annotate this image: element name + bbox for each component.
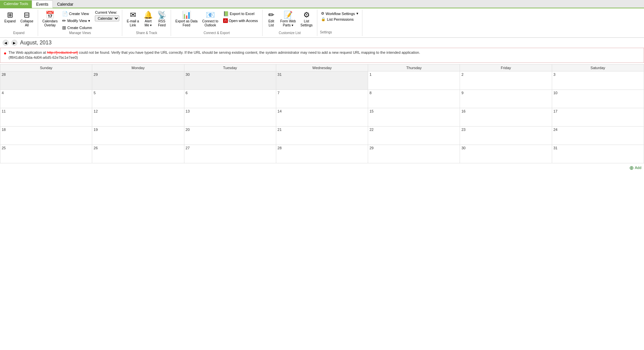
calendar-cell[interactable]: 25 — [0, 145, 92, 163]
date-number: 30 — [461, 146, 465, 150]
calendar-cell[interactable]: 12 — [92, 108, 184, 126]
next-month-button[interactable]: ▶ — [11, 40, 17, 46]
form-web-parts-button[interactable]: 📝 Form WebParts ▾ — [279, 10, 298, 28]
calendar-cell[interactable]: 6 — [184, 90, 276, 108]
calendar-cell[interactable]: 13 — [184, 108, 276, 126]
error-url: http://[redacted-url] — [47, 50, 78, 54]
alert-me-button[interactable]: 🔔 AlertMe ▾ — [142, 10, 154, 28]
add-link[interactable]: ⊕ Add — [0, 163, 644, 172]
connect-export-items: 📊 Export as DataFeed 📧 Connect toOutlook… — [174, 10, 260, 31]
create-column-button[interactable]: ⊞ Create Column — [60, 24, 94, 31]
date-number: 28 — [2, 72, 6, 76]
calendar-cell[interactable]: 30 — [184, 71, 276, 90]
calendar-cell[interactable]: 5 — [92, 90, 184, 108]
list-settings-button[interactable]: ⚙ ListSettings — [299, 10, 314, 28]
date-number: 10 — [553, 91, 557, 95]
date-number: 19 — [94, 128, 98, 132]
calendar-week-row: 25262728293031 — [0, 145, 644, 163]
prev-month-button[interactable]: ◀ — [3, 40, 9, 46]
calendar-cell[interactable]: 22 — [368, 126, 460, 145]
calendar-cell[interactable]: 28 — [0, 71, 92, 90]
tab-calendar-tools[interactable]: Calendar Tools — [0, 0, 32, 8]
calendar-cell[interactable]: 7 — [276, 90, 368, 108]
error-message: The Web application at http://[redacted-… — [8, 50, 420, 60]
calendar-area: Sunday Monday Tuesday Wednesday Thursday… — [0, 64, 644, 172]
email-link-button[interactable]: ✉ E-mail aLink — [125, 10, 141, 28]
calendar-cell[interactable]: 3 — [552, 71, 644, 90]
calendar-cell[interactable]: 19 — [92, 126, 184, 145]
add-label: Add — [635, 166, 641, 170]
calendar-cell[interactable]: 20 — [184, 126, 276, 145]
calendar-cell[interactable]: 18 — [0, 126, 92, 145]
calendar-cell[interactable]: 21 — [276, 126, 368, 145]
collapse-all-button[interactable]: ⊟ CollapseAll — [19, 10, 35, 28]
date-number: 27 — [186, 146, 190, 150]
open-access-button[interactable]: 🅰 Open with Access — [221, 17, 260, 24]
export-data-icon: 📊 — [182, 11, 191, 19]
calendar-cell[interactable]: 10 — [552, 90, 644, 108]
calendar-cell[interactable]: 15 — [368, 108, 460, 126]
export-excel-button[interactable]: 📗 Export to Excel — [221, 10, 260, 17]
customize-list-label: Customize List — [279, 31, 301, 35]
open-access-label: Open with Access — [229, 19, 258, 23]
expand-button[interactable]: ⊞ Expand — [3, 10, 17, 24]
current-view-select[interactable]: Calendar — [95, 15, 119, 21]
export-excel-label: Export to Excel — [230, 12, 255, 16]
day-wednesday: Wednesday — [276, 64, 368, 71]
calendar-cell[interactable]: 17 — [552, 108, 644, 126]
calendar-cell[interactable]: 29 — [368, 145, 460, 163]
calendar-cell[interactable]: 27 — [184, 145, 276, 163]
connect-outlook-button[interactable]: 📧 Connect toOutlook — [200, 10, 220, 28]
calendar-cell[interactable]: 31 — [552, 145, 644, 163]
modify-view-icon: ✏ — [62, 18, 66, 23]
calendar-cell[interactable]: 31 — [276, 71, 368, 90]
calendar-week-row: 45678910 — [0, 90, 644, 108]
workflow-dropdown-icon[interactable]: ▾ — [356, 11, 358, 16]
date-number: 4 — [2, 91, 4, 95]
tab-calendar[interactable]: Calendar — [53, 0, 78, 8]
ribbon-container: Calendar Tools Events Calendar ⊞ Expand … — [0, 0, 644, 38]
date-number: 21 — [278, 128, 282, 132]
date-number: 3 — [553, 72, 555, 76]
calendar-cell[interactable]: 24 — [552, 126, 644, 145]
calendar-cell[interactable]: 9 — [460, 90, 552, 108]
calendar-cell[interactable]: 29 — [92, 71, 184, 90]
calendar-cell[interactable]: 11 — [0, 108, 92, 126]
workflow-settings-button[interactable]: ⚙ Workflow Settings ▾ — [320, 11, 359, 16]
calendar-cell[interactable]: 4 — [0, 90, 92, 108]
expand-icon: ⊞ — [7, 11, 13, 19]
prev-icon: ◀ — [4, 41, 7, 45]
outlook-icon: 📧 — [206, 11, 215, 19]
rss-feed-button[interactable]: 📡 RSSFeed — [156, 10, 168, 28]
list-permissions-button[interactable]: 🔒 List Permissions — [320, 17, 359, 22]
calendars-overlay-button[interactable]: 📅 CalendarsOverlay — [41, 10, 59, 28]
calendar-cell[interactable]: 2 — [460, 71, 552, 90]
calendar-cell[interactable]: 1 — [368, 71, 460, 90]
date-number: 1 — [369, 72, 371, 76]
day-thursday: Thursday — [368, 64, 460, 71]
calendar-week-row: 11121314151617 — [0, 108, 644, 126]
edit-list-button[interactable]: ✏ EditList — [265, 10, 277, 28]
calendar-cell[interactable]: 14 — [276, 108, 368, 126]
date-number: 9 — [461, 91, 463, 95]
ribbon-group-share-track: ✉ E-mail aLink 🔔 AlertMe ▾ 📡 RSSFeed Sha… — [122, 10, 171, 36]
day-tuesday: Tuesday — [184, 64, 276, 71]
calendar-cell[interactable]: 16 — [460, 108, 552, 126]
calendar-cell[interactable]: 8 — [368, 90, 460, 108]
calendar-body: 2829303112345678910111213141516171819202… — [0, 71, 644, 163]
export-data-button[interactable]: 📊 Export as DataFeed — [174, 10, 199, 28]
tab-events[interactable]: Events — [32, 0, 53, 8]
calendar-cell[interactable]: 28 — [276, 145, 368, 163]
settings-group-label: Settings — [320, 30, 332, 35]
next-icon: ▶ — [13, 41, 16, 45]
day-saturday: Saturday — [552, 64, 644, 71]
calendar-cell[interactable]: 30 — [460, 145, 552, 163]
calendar-cell[interactable]: 23 — [460, 126, 552, 145]
permissions-icon: 🔒 — [321, 17, 326, 21]
create-view-button[interactable]: 📄 Create View — [60, 10, 94, 17]
modify-view-dropdown[interactable]: ▾ — [88, 19, 90, 23]
calendar-cell[interactable]: 26 — [92, 145, 184, 163]
modify-view-button[interactable]: ✏ Modify View ▾ — [60, 17, 94, 24]
calendar-grid: Sunday Monday Tuesday Wednesday Thursday… — [0, 64, 644, 163]
create-column-label: Create Column — [67, 26, 92, 30]
